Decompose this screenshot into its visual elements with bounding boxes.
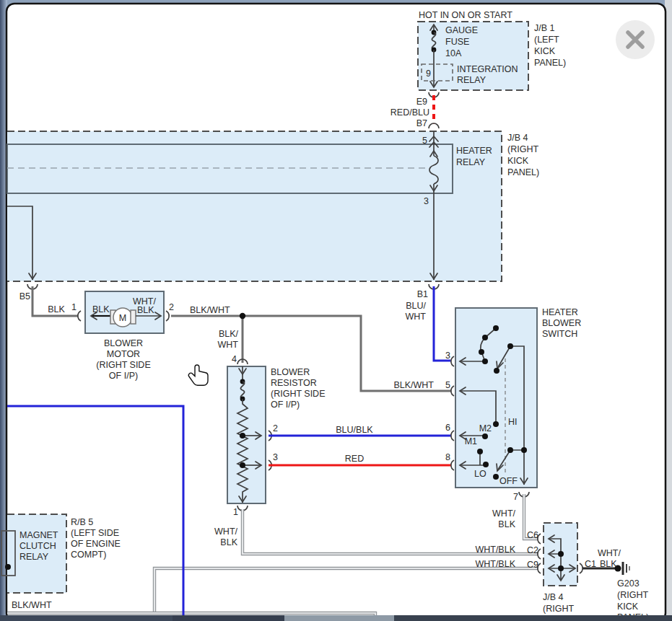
rb5-caption-2: CLUTCH [19, 541, 56, 551]
b7-label: B7 [416, 118, 427, 128]
junction-dot [240, 313, 245, 319]
blkwht-wire-label: BLK/WHT [190, 305, 230, 315]
wiring-diagram-window: HOT IN ON OR START GAUGE FUSE 10A 9 INTE… [0, 0, 672, 621]
switch-off-label: OFF [499, 476, 518, 486]
jb4b-location-2: (RIGHT [543, 604, 574, 614]
g203-label-2: (RIGHT [617, 590, 648, 600]
redblu-label: RED/BLU [390, 107, 429, 118]
motor-inner-blk: BLK [92, 304, 110, 314]
whtblk-c9-label: WHT/BLK [475, 559, 515, 569]
jb4-location-3: KICK [507, 156, 529, 166]
switch-pin5-label: 5 [445, 380, 450, 390]
resistor-pin4-label: 4 [232, 354, 237, 364]
switch-out-label-1: WHT/ [492, 508, 515, 519]
rb5-location-4: COMPT) [71, 550, 106, 560]
drop-label-1: BLK/ [219, 329, 239, 339]
whtblk-c2-label: WHT/BLK [475, 545, 515, 555]
motor-caption-2: MOTOR [107, 349, 140, 359]
switch-m1-label: M1 [465, 436, 477, 446]
motor-m-label: M [119, 313, 126, 323]
switch-m2-label: M2 [479, 423, 492, 433]
blk-wire-label: BLK [48, 304, 65, 314]
jb1-location-2: (LEFT [534, 35, 559, 45]
resistor-caption-1: BLOWER [271, 367, 310, 377]
b5-label: B5 [19, 291, 30, 301]
b1-color-2: WHT [406, 312, 427, 322]
rb5-location-2: (LEFT SIDE [71, 528, 119, 538]
motor-pin1-label: 1 [71, 302, 77, 312]
rb5-caption-3: RELAY [19, 552, 49, 562]
jb1-location-4: PANEL) [534, 58, 566, 68]
b1-label: B1 [417, 289, 428, 299]
jb4-location-1: J/B 4 [507, 133, 528, 143]
rb5-wire-label: BLK/WHT [12, 600, 52, 610]
resistor-caption-2: RESISTOR [271, 378, 317, 388]
heater-relay-label-1: HEATER [456, 146, 492, 156]
jb1-location-3: KICK [534, 46, 556, 56]
g203-label-1: G203 [617, 578, 640, 589]
close-button[interactable] [616, 20, 655, 59]
resistor-caption-4: OF I/P) [271, 400, 300, 410]
e9-label: E9 [416, 97, 427, 107]
c9-label: C9 [527, 560, 538, 570]
relay-pin3-label: 3 [424, 196, 429, 206]
rb5-location-1: R/B 5 [71, 517, 93, 527]
motor-caption-3: (RIGHT SIDE [96, 360, 150, 370]
switch-pin3-label: 3 [445, 351, 450, 361]
fuse-label-1: GAUGE [445, 25, 478, 35]
ground-blk-label: BLK [600, 559, 617, 569]
resistor-pin3-label: 3 [273, 452, 278, 462]
b1-color-1: BLU/ [406, 301, 426, 311]
heater-relay-label-2: RELAY [456, 157, 486, 167]
resistor-caption-3: (RIGHT SIDE [271, 389, 325, 399]
g203-label-3: KICK [617, 602, 639, 612]
switch-hi-label: HI [508, 417, 518, 427]
jb4-location-4: PANEL) [507, 167, 539, 177]
resistor-pin2-label: 2 [273, 423, 278, 433]
switch-pin6-label: 6 [445, 423, 450, 433]
fuse-label-2: FUSE [445, 37, 469, 47]
c2-label: C2 [527, 545, 538, 555]
switch-pin7-label: 7 [513, 492, 518, 502]
motor-pin2-label: 2 [169, 302, 174, 312]
switch-lo-label: LO [474, 469, 486, 479]
switch-title-3: SWITCH [542, 329, 577, 339]
blkwht-pin5-label: BLK/WHT [393, 380, 434, 390]
switch-pin8-label: 8 [445, 452, 450, 462]
switch-title-2: BLOWER [542, 318, 581, 328]
jb1-location-1: J/B 1 [534, 23, 555, 33]
rb5-location-3: OF ENGINE [71, 539, 121, 549]
switch-title-1: HEATER [542, 307, 578, 317]
hot-bus-label: HOT IN ON OR START [419, 10, 512, 20]
motor-caption-1: BLOWER [104, 338, 143, 348]
rb5-caption-1: MAGNET [19, 530, 58, 540]
resistor-out-label-2: BLK [220, 537, 237, 547]
integration-relay-label-2: RELAY [457, 75, 486, 85]
c6-label: C6 [527, 530, 538, 540]
ground-wht-label: WHT/ [598, 548, 621, 558]
jb4-location-2: (RIGHT [507, 144, 538, 154]
taskbar[interactable] [0, 615, 672, 621]
jb4b-location-1: J/B 4 [543, 592, 564, 602]
red-wire-label: RED [345, 454, 364, 464]
fuse-label-3: 10A [445, 48, 462, 58]
resistor-pin1-label: 1 [233, 507, 238, 517]
motor-caption-4: OF I/P) [109, 371, 138, 381]
integration-relay-label-1: INTEGRATION [457, 64, 518, 74]
blublk-wire-label: BLU/BLK [336, 425, 373, 435]
drop-label-2: WHT [218, 340, 239, 350]
pin9-label: 9 [426, 69, 431, 79]
switch-out-label-2: BLK [498, 519, 515, 529]
resistor-out-label-1: WHT/ [214, 527, 237, 537]
motor-inner-whtblk-2: BLK [137, 305, 154, 315]
relay-pin5-label: 5 [422, 136, 427, 146]
heater-relay-box [7, 144, 453, 193]
